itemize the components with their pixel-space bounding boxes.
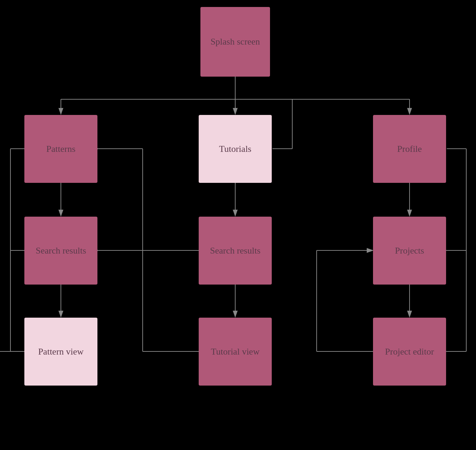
project-editor-node: Project editor xyxy=(373,318,446,386)
pattern-view-node: Pattern view xyxy=(24,318,97,386)
diagram-container: Splash screen Patterns Tutorials Profile… xyxy=(0,0,476,450)
profile-node: Profile xyxy=(373,115,446,183)
splash-screen-node: Splash screen xyxy=(200,7,270,77)
tutorial-view-node: Tutorial view xyxy=(199,318,272,386)
search-results-left-node: Search results xyxy=(24,217,97,285)
search-results-center-node: Search results xyxy=(199,217,272,285)
projects-node: Projects xyxy=(373,217,446,285)
patterns-node: Patterns xyxy=(24,115,97,183)
tutorials-node: Tutorials xyxy=(199,115,272,183)
